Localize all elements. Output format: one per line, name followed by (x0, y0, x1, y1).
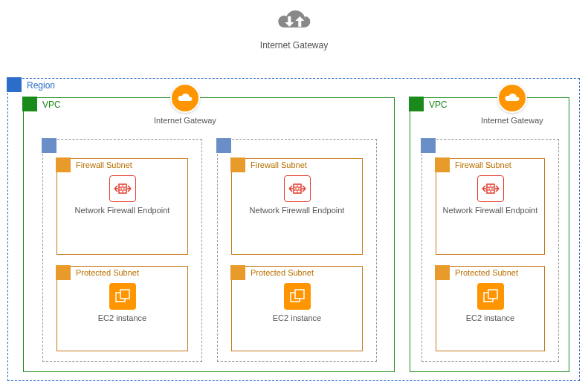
protected-subnet: Protected Subnet EC2 instance (231, 266, 363, 351)
vpc-2-internet-gateway: Internet Gateway (481, 83, 543, 125)
top-internet-gateway: Internet Gateway (260, 6, 328, 51)
protected-subnet-label: Protected Subnet (251, 268, 314, 277)
vpc-igw-label: Internet Gateway (481, 116, 543, 125)
vpc-label: VPC (429, 100, 448, 110)
vpc-2: VPC Internet Gateway Firewall Subnet Net… (410, 97, 569, 372)
subnet-tag-icon (435, 157, 450, 172)
az-tag-icon (421, 138, 436, 153)
protected-subnet: Protected Subnet EC2 instance (436, 266, 545, 351)
svg-rect-28 (488, 290, 497, 299)
availability-zone-2: Firewall Subnet Network Firewall Endpoin… (217, 139, 377, 362)
subnet-tag-icon (230, 157, 245, 172)
ec2-resource-label: EC2 instance (436, 313, 544, 323)
firewall-resource-label: Network Firewall Endpoint (57, 205, 187, 215)
firewall-subnet: Firewall Subnet Network Firewall Endpoin… (436, 158, 545, 255)
subnet-tag-icon (435, 265, 450, 280)
vpc-tag-icon (22, 97, 37, 111)
firewall-resource-label: Network Firewall Endpoint (436, 205, 544, 215)
cloud-icon (170, 83, 200, 113)
firewall-subnet: Firewall Subnet Network Firewall Endpoin… (231, 158, 363, 255)
az-tag-icon (216, 138, 231, 153)
region-label: Region (27, 80, 55, 91)
cloud-icon (497, 83, 527, 113)
firewall-resource-label: Network Firewall Endpoint (232, 205, 362, 215)
subnet-tag-icon (230, 265, 245, 280)
network-firewall-icon (477, 175, 504, 202)
vpc-igw-label: Internet Gateway (154, 116, 216, 125)
firewall-subnet: Firewall Subnet Network Firewall Endpoin… (56, 158, 188, 255)
network-firewall-icon (109, 175, 136, 202)
vpc-1: VPC Internet Gateway Firewall Subnet Net… (23, 97, 395, 372)
availability-zone-1: Firewall Subnet Network Firewall Endpoin… (42, 139, 202, 362)
cloud-gateway-icon (271, 6, 316, 36)
subnet-tag-icon (56, 265, 71, 280)
svg-rect-19 (295, 290, 304, 299)
vpc-label: VPC (42, 100, 61, 110)
ec2-resource-label: EC2 instance (57, 313, 187, 323)
ec2-resource-label: EC2 instance (232, 313, 362, 323)
protected-subnet-label: Protected Subnet (455, 268, 518, 277)
region-tag-icon (7, 77, 22, 92)
vpc-tag-icon (409, 97, 424, 111)
region-container: Region VPC Internet Gateway Firewall Sub… (7, 78, 580, 381)
ec2-instance-icon (284, 283, 311, 310)
ec2-instance-icon (477, 283, 504, 310)
protected-subnet-label: Protected Subnet (76, 268, 139, 277)
az-tag-icon (42, 138, 56, 153)
firewall-subnet-label: Firewall Subnet (251, 160, 307, 169)
firewall-subnet-label: Firewall Subnet (76, 160, 132, 169)
availability-zone-3: Firewall Subnet Network Firewall Endpoin… (421, 139, 559, 362)
firewall-subnet-label: Firewall Subnet (455, 160, 511, 169)
top-gateway-label: Internet Gateway (260, 40, 328, 51)
subnet-tag-icon (56, 157, 71, 172)
svg-rect-10 (120, 290, 129, 299)
vpc-1-internet-gateway: Internet Gateway (154, 83, 216, 125)
ec2-instance-icon (109, 283, 136, 310)
protected-subnet: Protected Subnet EC2 instance (56, 266, 188, 351)
network-firewall-icon (284, 175, 311, 202)
